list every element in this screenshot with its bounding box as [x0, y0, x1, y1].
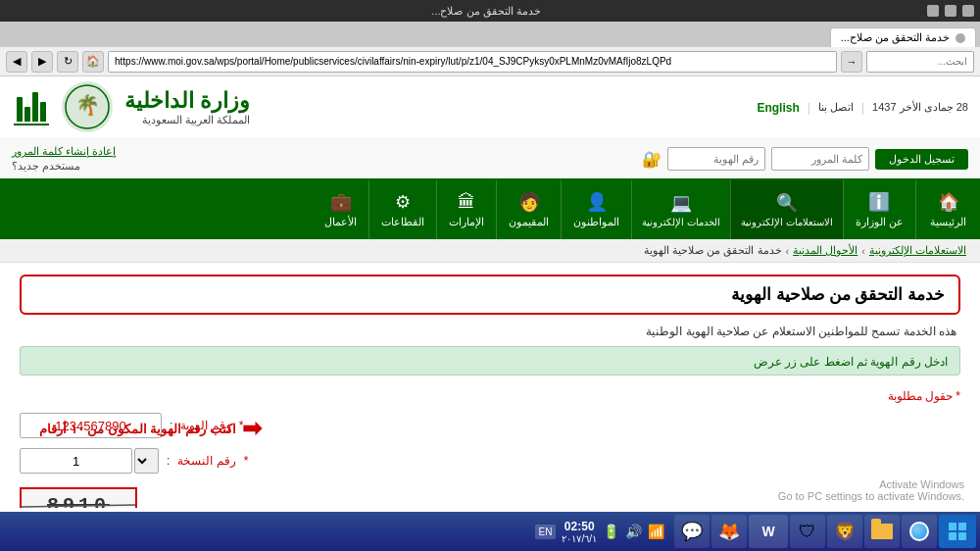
divider-1: | — [861, 101, 864, 115]
taskbar-app-lion[interactable]: 🦁 — [827, 515, 862, 548]
version-colon: : — [167, 454, 170, 468]
svg-text:🌴: 🌴 — [75, 93, 100, 117]
refresh-button[interactable]: ↻ — [57, 51, 78, 73]
taskbar-volume-icon: 🔊 — [625, 524, 642, 539]
back-button[interactable]: ◀ — [6, 51, 27, 73]
main-content: خدمة التحقق من صلاحية الهوية هذه الخدمة … — [0, 263, 980, 508]
page-description: هذه الخدمة تسمح للمواطنين الاستعلام عن ص… — [20, 325, 960, 338]
nav-item-home[interactable]: 🏠 الرئيسية — [915, 180, 980, 239]
title-bar: خدمة التحقق من صلاح... — [0, 0, 980, 22]
folder-icon — [871, 524, 893, 539]
page-title-box: خدمة التحقق من صلاحية الهوية — [20, 275, 960, 315]
taskbar-clock: 02:50 ٢٠١٧/٦/١ — [562, 520, 597, 544]
instruction-text: ادخل رقم الهوية ثم اضغط على زر عرض — [754, 355, 948, 369]
home-browser-button[interactable]: 🏠 — [82, 51, 104, 73]
version-label: رقم النسخة — [177, 454, 235, 468]
breadcrumb-link-2[interactable]: الأحوال المدنية — [793, 244, 858, 257]
annotation-captcha-hint: ➡ انقل الأرقام المطبوعة الى الخانة الفار… — [29, 503, 270, 508]
version-required-mark: * — [244, 454, 249, 468]
taskbar-app-shield[interactable]: 🛡 — [790, 515, 825, 548]
taskbar-battery-icon: 🔋 — [603, 524, 619, 539]
forgot-password-link[interactable]: إعادة إنشاء كلمة المرور — [12, 145, 116, 158]
breadcrumb-current: خدمة التحقق من صلاحية الهوية — [644, 244, 781, 257]
taskbar-app-skype[interactable]: 💬 — [674, 515, 710, 548]
window-control-close[interactable] — [927, 5, 939, 17]
nav-item-citizen[interactable]: 👤 المواطنون — [561, 180, 631, 239]
ie-icon — [909, 522, 929, 541]
new-user-link[interactable]: مستخدم جديد؟ — [12, 160, 80, 173]
header-top-strip: 28 جمادى الأخر 1437 | اتصل بنا | English… — [0, 76, 980, 139]
search-bar[interactable] — [866, 51, 974, 73]
clock-date: ٢٠١٧/٦/١ — [562, 533, 597, 544]
start-button[interactable] — [939, 515, 976, 548]
register-section: إعادة إنشاء كلمة المرور مستخدم جديد؟ — [12, 145, 116, 173]
logo-area: وزارة الداخلية المملكة العربية السعودية … — [12, 80, 250, 134]
arrow-captcha-icon: ➡ — [251, 503, 270, 508]
clock-time: 02:50 — [562, 520, 597, 533]
nav-citizen-label: المواطنون — [573, 216, 619, 228]
login-row: تسجيل الدخول 🔐 إعادة إنشاء كلمة المرور م… — [0, 139, 980, 180]
window-control-maximize[interactable] — [945, 5, 956, 17]
taskbar-ie-icon[interactable] — [902, 515, 937, 548]
version-input[interactable] — [20, 448, 132, 474]
version-row: * رقم النسخة : ▼ — [20, 448, 960, 474]
go-button[interactable]: → — [841, 51, 862, 73]
breadcrumb-link-1[interactable]: الاستعلامات الإلكترونية — [869, 244, 966, 257]
login-section: تسجيل الدخول 🔐 — [642, 147, 968, 171]
browser-toolbar: ◀ ▶ ↻ 🏠 → — [0, 47, 980, 76]
window-title: خدمة التحقق من صلاح... — [431, 5, 540, 18]
page-title: خدمة التحقق من صلاحية الهوية — [35, 284, 945, 305]
instruction-bar: ادخل رقم الهوية ثم اضغط على زر عرض — [20, 346, 960, 376]
divider-2: | — [808, 101, 810, 115]
nav-item-sectors[interactable]: ⚙ القطاعات — [368, 180, 436, 239]
header-left-info: 28 جمادى الأخر 1437 | اتصل بنا | English — [757, 101, 968, 115]
nav-item-resident[interactable]: 🧑 المقيمون — [496, 180, 561, 239]
logo-sub-text: المملكة العربية السعودية — [124, 114, 250, 126]
tab-close-icon[interactable] — [956, 33, 965, 43]
forward-button[interactable]: ▶ — [31, 51, 53, 73]
annotation-id-hint: ➡ اكتب رقم الهوية المكون من ١٠ أرقام — [39, 415, 262, 442]
nav-home-label: الرئيسية — [930, 216, 966, 228]
nav-item-estafsa[interactable]: 🔍 الاستعلامات الإلكترونية — [730, 180, 843, 239]
contact-link[interactable]: اتصل بنا — [818, 101, 854, 114]
login-submit-button[interactable]: تسجيل الدخول — [875, 149, 968, 170]
required-note: * حقول مطلوبة — [20, 389, 960, 403]
annotation-id-text: اكتب رقم الهوية المكون من ١٠ أرقام — [39, 422, 236, 436]
taskbar-lang-indicator: EN — [535, 525, 557, 539]
taskbar-folder-icon[interactable] — [864, 515, 900, 548]
taskbar-app-word[interactable]: W — [749, 515, 788, 548]
id-number-login-field[interactable] — [667, 147, 765, 171]
nav-item-emirates[interactable]: 🏛 الإمارات — [436, 180, 496, 239]
browser-tab-active[interactable]: خدمة التحقق من صلاح... — [830, 27, 976, 47]
taskbar-wifi-icon: 📶 — [648, 524, 664, 539]
nav-resident-label: المقيمون — [509, 216, 549, 228]
ministry-chart-icon — [12, 85, 51, 129]
browser-tabs-bar: خدمة التحقق من صلاح... — [0, 22, 980, 47]
nav-item-business[interactable]: 💼 الأعمال — [313, 180, 368, 239]
taskbar-app-firefox[interactable]: 🦊 — [711, 515, 747, 548]
nav-item-about[interactable]: ℹ️ عن الوزارة — [843, 180, 915, 239]
nav-estafsa-label: الاستعلامات الإلكترونية — [741, 217, 833, 227]
nav-eservices-label: الخدمات الإلكترونية — [642, 217, 720, 227]
english-language-link[interactable]: English — [757, 101, 799, 115]
password-field[interactable] — [771, 147, 869, 171]
nav-about-label: عن الوزارة — [856, 216, 904, 228]
nav-sectors-label: القطاعات — [381, 216, 424, 228]
windows-logo-icon — [949, 523, 966, 540]
breadcrumb-sep-2: › — [786, 245, 790, 257]
ministry-emblem: 🌴 — [61, 80, 115, 134]
taskbar-systray: 📶 🔊 🔋 02:50 ٢٠١٧/٦/١ EN — [527, 520, 672, 544]
windows-taskbar: 🦁 🛡 W 🦊 💬 📶 🔊 🔋 02:50 ٢٠١٧/٦/١ EN — [0, 512, 980, 551]
date-display: 28 جمادى الأخر 1437 — [872, 101, 968, 114]
breadcrumb: الاستعلامات الإلكترونية › الأحوال المدني… — [0, 239, 980, 263]
nav-item-eservices[interactable]: 💻 الخدمات الإلكترونية — [631, 180, 730, 239]
logo-text-area: وزارة الداخلية المملكة العربية السعودية — [124, 88, 250, 126]
page-content-area: 28 جمادى الأخر 1437 | اتصل بنا | English… — [0, 76, 980, 508]
url-bar[interactable] — [108, 51, 837, 73]
login-icon: 🔐 — [642, 150, 662, 169]
tab-title: خدمة التحقق من صلاح... — [841, 31, 950, 44]
nav-bar: 🏠 الرئيسية ℹ️ عن الوزارة 🔍 الاستعلامات ا… — [0, 180, 980, 239]
version-select[interactable]: ▼ — [134, 448, 159, 474]
form-wrapper: ➡ اكتب رقم الهوية المكون من ١٠ أرقام * ر… — [20, 413, 960, 508]
window-control-minimize[interactable] — [962, 5, 974, 17]
